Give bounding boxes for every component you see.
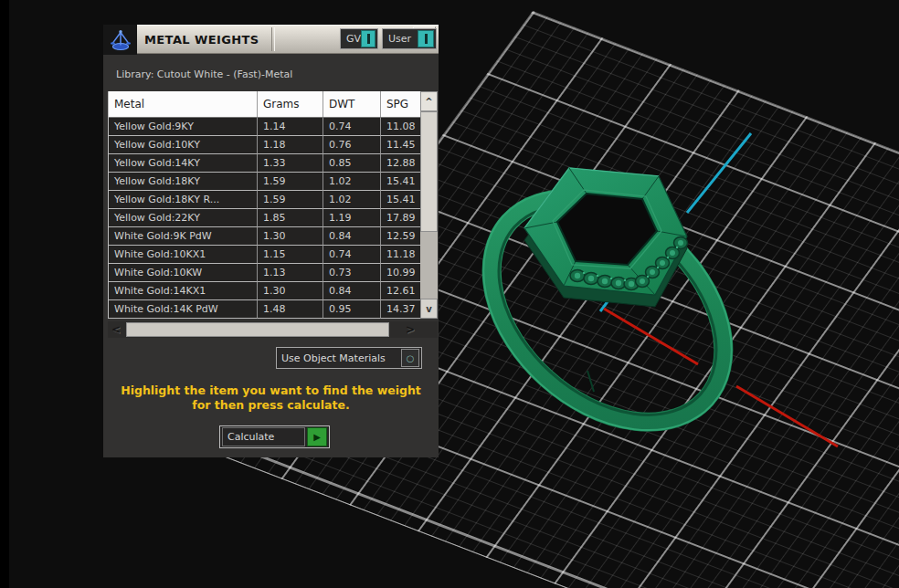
cell-grams: 1.15 — [258, 246, 323, 264]
calculate-button[interactable]: Calculate ▶ — [219, 425, 330, 448]
cell-dwt: 0.74 — [323, 118, 381, 136]
table-row[interactable]: White Gold:9K PdW1.300.8412.59 — [109, 227, 438, 246]
cell-grams: 1.30 — [258, 227, 323, 246]
cell-spg: 11.08 — [381, 118, 421, 136]
table-header-row: Metal Grams DWT SPG — [109, 91, 438, 118]
instruction-line1: Highlight the item you want to find the … — [103, 383, 439, 398]
cell-spg: 15.41 — [381, 173, 421, 191]
cell-grams: 1.30 — [258, 282, 323, 300]
library-row: Library: Cutout White - (Fast)-Metal — [103, 58, 439, 87]
cell-metal: Yellow Gold:18KY R... — [109, 191, 258, 209]
library-label: Library: Cutout White - (Fast)-Metal — [116, 68, 292, 80]
cell-metal: Yellow Gold:9KY — [109, 118, 258, 136]
instruction-line2: for then press calculate. — [103, 398, 439, 413]
cell-dwt: 0.76 — [323, 136, 381, 154]
table-row[interactable]: Yellow Gold:18KY1.591.0215.41 — [109, 173, 438, 191]
cell-dwt: 0.74 — [323, 246, 381, 264]
calculate-arrow-icon: ▶ — [307, 427, 327, 446]
titlebar-divider — [271, 27, 275, 51]
gv-button-label: GV — [346, 33, 361, 45]
cell-spg: 12.61 — [381, 282, 421, 300]
cell-grams: 1.48 — [258, 300, 323, 319]
horizontal-scroll-thumb[interactable] — [126, 322, 389, 337]
cell-grams: 1.59 — [258, 173, 323, 191]
use-object-materials-button[interactable]: Use Object Materials ○ — [276, 347, 422, 369]
band-seam — [587, 371, 594, 392]
cell-metal: White Gold:10KW — [109, 264, 258, 282]
cell-spg: 12.88 — [381, 154, 421, 173]
gv-toggle-icon — [361, 30, 375, 47]
dialog-title: METAL WEIGHTS — [137, 33, 259, 47]
cell-dwt: 0.73 — [323, 264, 381, 282]
cell-spg: 11.18 — [381, 246, 421, 264]
table-row[interactable]: White Gold:14K PdW1.480.9514.37 — [109, 300, 438, 319]
vertical-scrollbar[interactable]: ^ v — [420, 91, 438, 319]
table-row[interactable]: Yellow Gold:14KY1.330.8512.88 — [109, 154, 438, 173]
header-dwt[interactable]: DWT — [323, 91, 381, 117]
cell-grams: 1.14 — [258, 118, 323, 136]
instruction-text: Highlight the item you want to find the … — [103, 383, 439, 414]
cell-grams: 1.13 — [258, 264, 323, 282]
metal-table-body: Yellow Gold:9KY1.140.7411.08Yellow Gold:… — [109, 118, 438, 319]
cell-dwt: 1.02 — [323, 173, 381, 191]
table-row[interactable]: White Gold:14KX11.300.8412.61 — [109, 282, 438, 300]
table-row[interactable]: Yellow Gold:22KY1.851.1917.89 — [109, 209, 438, 227]
user-button[interactable]: User — [382, 28, 437, 49]
scroll-up-arrow-icon[interactable]: ^ — [420, 91, 438, 111]
table-row[interactable]: White Gold:10KW1.130.7310.99 — [109, 264, 438, 282]
cell-metal: Yellow Gold:22KY — [109, 209, 258, 227]
cell-spg: 12.59 — [381, 227, 421, 246]
cell-spg: 14.37 — [381, 300, 421, 319]
cell-grams: 1.18 — [258, 136, 323, 154]
user-toggle-icon — [418, 30, 434, 47]
cell-dwt: 1.02 — [323, 191, 381, 209]
table-row[interactable]: Yellow Gold:10KY1.180.7611.45 — [109, 136, 438, 154]
cell-metal: White Gold:10KX1 — [109, 246, 258, 264]
header-grams[interactable]: Grams — [258, 91, 323, 117]
cell-metal: White Gold:14K PdW — [109, 300, 258, 319]
cell-metal: Yellow Gold:14KY — [109, 154, 258, 173]
cell-spg: 10.99 — [381, 264, 421, 282]
table-row[interactable]: Yellow Gold:18KY R...1.591.0215.41 — [109, 191, 438, 209]
cell-dwt: 0.85 — [323, 154, 381, 173]
ring-bezel-hexagon — [524, 168, 688, 307]
balance-scale-icon — [103, 25, 137, 55]
cell-dwt: 0.84 — [323, 282, 381, 300]
scroll-down-arrow-icon[interactable]: v — [420, 299, 438, 319]
use-object-materials-label: Use Object Materials — [281, 352, 401, 364]
cell-dwt: 1.19 — [323, 209, 381, 227]
metal-weights-table: Metal Grams DWT SPG Yellow Gold:9KY1.140… — [108, 91, 438, 319]
vertical-scroll-thumb[interactable] — [420, 111, 438, 232]
header-spg[interactable]: SPG — [381, 91, 421, 117]
cell-metal: White Gold:14KX1 — [109, 282, 258, 300]
cell-spg: 11.45 — [381, 136, 421, 154]
cell-spg: 17.89 — [381, 209, 421, 227]
app-screen: METAL WEIGHTS ✕ Library: Cutout White - … — [0, 0, 899, 588]
scroll-right-arrow-icon[interactable]: > — [402, 321, 418, 338]
cell-dwt: 0.95 — [323, 300, 381, 319]
table-row[interactable]: White Gold:10KX11.150.7411.18 — [109, 246, 438, 264]
user-button-label: User — [388, 33, 418, 45]
cell-spg: 15.41 — [381, 191, 421, 209]
cell-grams: 1.85 — [258, 209, 323, 227]
materials-circle-icon: ○ — [401, 349, 419, 367]
metal-weights-dialog: METAL WEIGHTS ✕ Library: Cutout White - … — [103, 23, 439, 457]
horizontal-scrollbar[interactable]: < > — [108, 321, 438, 338]
cell-grams: 1.33 — [258, 154, 323, 173]
cell-dwt: 0.84 — [323, 227, 381, 246]
scroll-left-arrow-icon[interactable]: < — [108, 321, 124, 338]
gv-button[interactable]: GV — [340, 28, 378, 49]
cell-metal: Yellow Gold:10KY — [109, 136, 258, 154]
calculate-button-label: Calculate — [222, 427, 305, 446]
cell-metal: Yellow Gold:18KY — [109, 173, 258, 191]
cell-metal: White Gold:9K PdW — [109, 227, 258, 246]
cell-grams: 1.59 — [258, 191, 323, 209]
table-row[interactable]: Yellow Gold:9KY1.140.7411.08 — [109, 118, 438, 136]
header-metal[interactable]: Metal — [109, 91, 258, 117]
